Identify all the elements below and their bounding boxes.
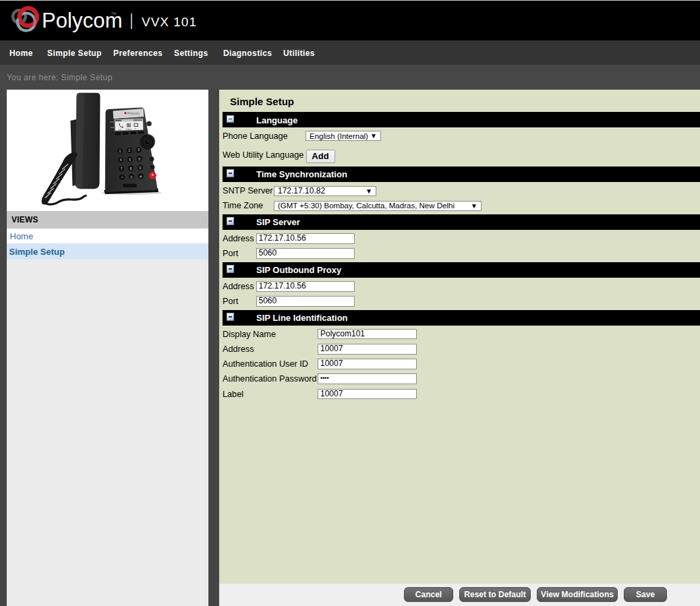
svg-text:6: 6 bbox=[138, 157, 140, 161]
svg-text:4: 4 bbox=[120, 158, 122, 162]
svg-text:9: 9 bbox=[139, 166, 141, 170]
svg-text:Dir: Dir bbox=[134, 127, 137, 130]
svg-text:Call: Call bbox=[118, 128, 121, 131]
svg-text:3: 3 bbox=[138, 148, 140, 152]
svg-text:8: 8 bbox=[129, 166, 132, 171]
svg-text:0: 0 bbox=[130, 175, 132, 179]
svg-text:Polycom: Polycom bbox=[127, 112, 140, 115]
svg-text:*: * bbox=[121, 176, 123, 180]
svg-text:5: 5 bbox=[129, 158, 131, 162]
svg-text:7: 7 bbox=[121, 166, 123, 171]
svg-text:#: # bbox=[140, 175, 142, 179]
svg-text:2: 2 bbox=[128, 148, 130, 152]
svg-text:1: 1 bbox=[119, 149, 121, 153]
